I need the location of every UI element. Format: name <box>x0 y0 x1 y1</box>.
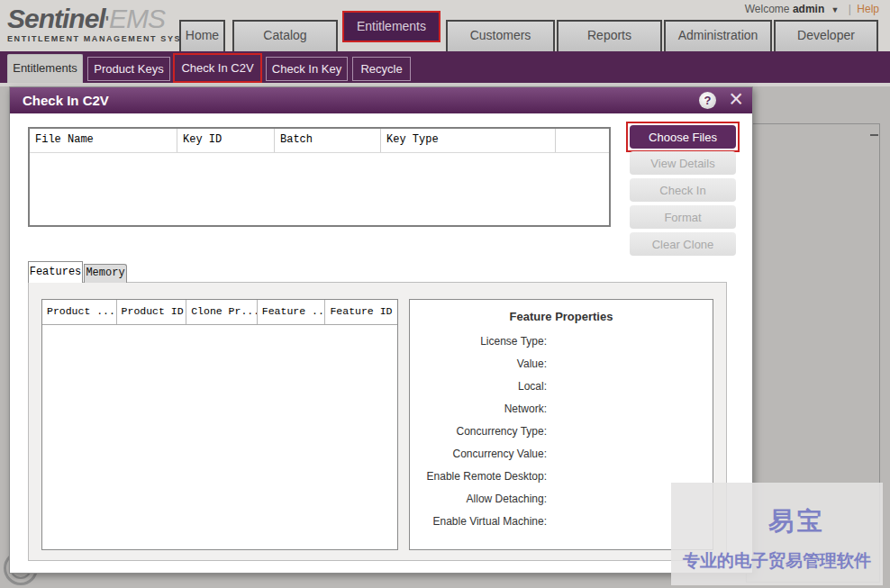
watermark-title: 易宝 <box>671 504 883 538</box>
prop-row-enable-virtual-machine: Enable Virtual Machine: <box>410 510 713 532</box>
feat-col-feature[interactable]: Feature ... <box>258 300 326 324</box>
prop-row-concurrency-value: Concurrency Value: <box>410 442 713 465</box>
prop-label: Enable Remote Desktop: <box>410 470 547 483</box>
prop-label: Allow Detaching: <box>410 493 547 505</box>
prop-row-concurrency-type: Concurrency Type: <box>410 420 713 442</box>
files-col-file-name[interactable]: File Name <box>30 129 177 152</box>
prop-label: Concurrency Type: <box>410 425 547 438</box>
files-table[interactable]: File Name Key ID Batch Key Type <box>28 127 611 227</box>
watermark-subtitle: 专业的电子贸易管理软件 <box>671 549 883 573</box>
feature-properties-rows: License Type: Value: Local: Network <box>410 330 713 532</box>
app-window: Sentinel'EMS ENTITLEMENT MANAGEMENT SYST… <box>0 0 890 588</box>
prop-label: Enable Virtual Machine: <box>410 515 547 528</box>
feature-properties-panel: Feature Properties License Type: Value: … <box>409 299 713 550</box>
username: admin <box>793 3 824 15</box>
check-in-c2v-dialog: Check In C2V ? × File Name Key ID Batch … <box>9 86 753 574</box>
dialog-title: Check In C2V <box>23 87 109 113</box>
nav-tab-developer[interactable]: Developer <box>774 20 878 51</box>
dialog-body: File Name Key ID Batch Key Type Choose F… <box>10 113 752 573</box>
format-button[interactable]: Format <box>630 205 736 229</box>
files-col-key-type[interactable]: Key Type <box>381 129 556 152</box>
help-link[interactable]: Help <box>857 3 879 15</box>
feat-col-product-id[interactable]: Product ID <box>117 300 187 324</box>
prop-label: Network: <box>410 403 547 415</box>
user-dropdown-arrow-icon[interactable]: ▼ <box>831 5 840 14</box>
files-col-empty <box>556 129 609 152</box>
feat-col-product[interactable]: Product ... <box>42 300 117 324</box>
app-logo: Sentinel'EMS ENTITLEMENT MANAGEMENT SYST… <box>7 5 203 43</box>
nav-tab-customers[interactable]: Customers <box>446 20 555 51</box>
subnav-tab-check-in-key[interactable]: Check In Key <box>266 57 348 81</box>
features-tab-panel: Product ... Product ID Clone Pr... Featu… <box>28 282 727 561</box>
top-header: Sentinel'EMS ENTITLEMENT MANAGEMENT SYST… <box>0 0 890 51</box>
check-in-button[interactable]: Check In <box>630 178 736 202</box>
subnav-tab-recycle[interactable]: Recycle <box>352 57 411 81</box>
prop-row-enable-remote-desktop: Enable Remote Desktop: <box>410 465 713 487</box>
dialog-titlebar: Check In C2V ? × <box>10 87 752 113</box>
features-table-header: Product ... Product ID Clone Pr... Featu… <box>42 300 397 325</box>
prop-row-local: Local: <box>410 375 713 397</box>
prop-row-allow-detaching: Allow Detaching: <box>410 487 713 510</box>
subnav-tab-product-keys[interactable]: Product Keys <box>87 57 170 81</box>
prop-label: Local: <box>410 380 547 393</box>
logo-primary: Sentinel <box>7 4 105 33</box>
subnav-tab-entitlements[interactable]: Entitlements <box>7 54 83 83</box>
subnav-tab-check-in-c2v[interactable]: Check In C2V <box>173 53 262 83</box>
logo-tagline: ENTITLEMENT MANAGEMENT SYSTEM <box>7 35 203 43</box>
nav-tab-catalog[interactable]: Catalog <box>232 20 338 51</box>
prop-label: Value: <box>410 357 547 370</box>
sub-navigation: Entitlements Product Keys Check In C2V C… <box>0 51 890 83</box>
prop-row-value: Value: <box>410 352 713 375</box>
tab-memory[interactable]: Memory <box>84 264 127 283</box>
files-col-key-id[interactable]: Key ID <box>177 129 275 152</box>
clear-clone-button[interactable]: Clear Clone <box>630 232 736 256</box>
view-details-button[interactable]: View Details <box>630 151 736 175</box>
feature-properties-title: Feature Properties <box>410 310 713 323</box>
files-table-header: File Name Key ID Batch Key Type <box>30 129 609 153</box>
prop-row-license-type: License Type: <box>410 330 713 352</box>
feat-col-clone-protection[interactable]: Clone Pr... <box>186 300 258 324</box>
files-col-batch[interactable]: Batch <box>275 129 381 152</box>
dialog-help-icon[interactable]: ? <box>699 92 716 109</box>
tab-features[interactable]: Features <box>28 261 83 283</box>
prop-label: License Type: <box>410 335 547 348</box>
nav-tab-administration[interactable]: Administration <box>664 20 772 51</box>
nav-tab-reports[interactable]: Reports <box>557 20 662 51</box>
choose-files-button[interactable]: Choose Files <box>630 125 736 149</box>
choose-files-highlight: Choose Files <box>626 122 740 152</box>
features-table[interactable]: Product ... Product ID Clone Pr... Featu… <box>41 299 398 550</box>
logo-text: Sentinel'EMS <box>7 5 203 32</box>
prop-label: Concurrency Value: <box>410 448 547 460</box>
nav-tab-entitlements[interactable]: Entitlements <box>342 11 440 42</box>
welcome-text: Welcome <box>745 3 790 15</box>
header-separator: | <box>849 3 851 15</box>
vendor-watermark: 易宝 专业的电子贸易管理软件 <box>671 483 883 585</box>
close-icon[interactable]: × <box>729 86 743 113</box>
prop-row-network: Network: <box>410 397 713 420</box>
background-artifact <box>870 134 878 136</box>
logo-secondary: EMS <box>109 4 165 33</box>
user-welcome-area: Welcome admin ▼ | Help <box>745 3 879 15</box>
nav-tab-home[interactable]: Home <box>179 20 225 51</box>
feat-col-feature-id[interactable]: Feature ID <box>325 300 397 324</box>
